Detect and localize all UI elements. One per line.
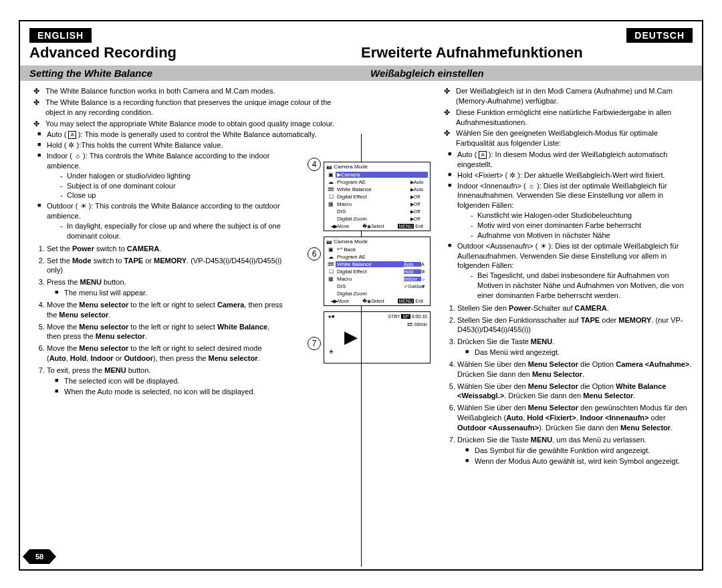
heading-english: Advanced Recording xyxy=(29,44,361,61)
en-step-5: Move the Menu selector to the left or ri… xyxy=(47,322,285,342)
en-bullet: You may select the appropriate White Bal… xyxy=(29,119,352,129)
de-step-7-note: Das Symbol für die gewählte Funktion wir… xyxy=(457,446,693,456)
lang-badge-english: ENGLISH xyxy=(29,28,92,43)
en-indoor-sub: Subject is of one dominant colour xyxy=(47,181,285,191)
en-indoor-sub: Under halogen or studio/video lighting xyxy=(47,171,285,181)
de-step-2: Stellen Sie den Funktionsschalter auf TA… xyxy=(457,315,693,335)
de-mode-auto: Auto ( A ): In diesem Modus wird der Wei… xyxy=(440,150,693,170)
en-indoor-sub: Close up xyxy=(47,190,285,200)
de-step-6: Wählen Sie über den Menu Selector den ge… xyxy=(457,403,693,433)
outdoor-icon: ☀ xyxy=(80,201,87,211)
en-step-2: Set the Mode switch to TAPE or MEMORY. (… xyxy=(47,256,285,276)
de-step-1: Stellen Sie den Power-Schalter auf CAMER… xyxy=(457,303,693,313)
auto-icon: A xyxy=(68,131,76,139)
en-step-4: Move the Menu selector to the left or ri… xyxy=(47,300,285,320)
en-step-7-note: The selected icon will be displayed. xyxy=(47,376,285,386)
de-step-4: Wählen Sie über den Menu Selector die Op… xyxy=(457,359,693,380)
indoor-icon: ☼ xyxy=(528,181,535,191)
callout-7: 7 xyxy=(308,337,321,350)
de-indoor-sub: Aufnahme von Motiven in nächster Nähe xyxy=(457,231,693,241)
subheading-english: Setting the White Balance xyxy=(20,65,361,81)
heading-deutsch: Erweiterte Aufnahmefunktionen xyxy=(361,44,693,61)
de-indoor-sub: Kunstlicht wie Halogen-oder Studiobeleuc… xyxy=(457,210,693,220)
lcd-screen-6: 📷 Camera Mode ▣⮠ Back ☁Program AE 📼White… xyxy=(324,237,431,306)
de-step-7: Drücken Sie die Taste MENU, um das Menü … xyxy=(457,435,693,466)
play-icon: ▶ xyxy=(344,327,358,347)
english-column: The White Balance function works in both… xyxy=(20,81,361,535)
lcd-screen-7: ◄■ STBY SP 0:00:10 📼 60min ▶ ☀ xyxy=(324,311,431,363)
lang-badge-deutsch: DEUTSCH xyxy=(626,28,693,43)
de-indoor-sub: Motiv wird von einer dominanten Farbe be… xyxy=(457,220,693,231)
figure-column: 4 📷 Camera Mode ▣▶Camera ☁Program AE▶Aut… xyxy=(324,162,451,363)
en-bullet: The White Balance function works in both… xyxy=(29,86,352,96)
subheading-deutsch: Weißabgleich einstellen xyxy=(361,65,702,81)
en-step-7-note: When the Auto mode is selected, no icon … xyxy=(47,387,285,397)
en-mode-indoor: Indoor ( ☼ ): This controls the White Ba… xyxy=(29,151,352,200)
outdoor-icon: ☀ xyxy=(540,241,547,251)
en-step-6: Move the Menu selector to the left or ri… xyxy=(47,343,285,363)
en-step-1: Set the Power switch to CAMERA. xyxy=(47,244,285,254)
de-step-7-note: Wenn der Modus Auto gewählt ist, wird ke… xyxy=(457,456,693,466)
en-step-3: Press the MENU button. The menu list wil… xyxy=(47,277,285,298)
de-bullet: Der Weißabgleich ist in den Modi Camera … xyxy=(440,86,693,106)
de-outdoor-sub: Bei Tageslicht, und dabei insbesondere f… xyxy=(457,271,693,301)
de-mode-hold: Hold <Fixiert> ( ✲ ): Der aktuelle Weißa… xyxy=(440,170,693,180)
de-step-3: Drücken Sie die Taste MENU. Das Menü wir… xyxy=(457,337,693,357)
de-mode-outdoor: Outdoor <Aussenaufn> ( ☀ ): Dies ist der… xyxy=(440,241,693,301)
indoor-icon: ☼ xyxy=(74,151,81,161)
page-number-badge: 58 xyxy=(29,549,49,564)
en-bullet: The White Balance is a recording functio… xyxy=(29,98,352,118)
de-step-5: Wählen Sie über den Menu Selector die Op… xyxy=(457,382,693,402)
auto-icon: A xyxy=(479,151,486,159)
de-bullet: Diese Funktion ermöglicht eine natürlich… xyxy=(440,108,693,128)
de-step-3-note: Das Menü wird angezeigt. xyxy=(457,347,693,357)
en-mode-auto: Auto ( A ): This mode is generally used … xyxy=(29,130,352,140)
en-outdoor-sub: In daylight, especially for close up and… xyxy=(47,221,285,241)
de-bullet: Wählen Sie den geeigneten Weißabgleich-M… xyxy=(440,128,693,148)
sun-icon: ☀ xyxy=(328,348,334,355)
lcd-screen-4: 📷 Camera Mode ▣▶Camera ☁Program AE▶Auto … xyxy=(324,162,431,231)
callout-4: 4 xyxy=(308,158,321,171)
callout-6: 6 xyxy=(308,247,321,261)
de-mode-indoor: Indoor <Innenaufn> ( ☼ ): Dies ist der o… xyxy=(440,181,693,241)
en-step-7: To exit, press the MENU button. The sele… xyxy=(47,365,285,397)
en-mode-outdoor: Outdoor ( ☀ ): This controls the White B… xyxy=(29,201,352,241)
hold-icon: ✲ xyxy=(509,170,515,180)
en-step-3-note: The menu list will appear. xyxy=(47,288,285,298)
en-mode-hold: Hold ( ✲ ):This holds the current White … xyxy=(29,140,352,150)
